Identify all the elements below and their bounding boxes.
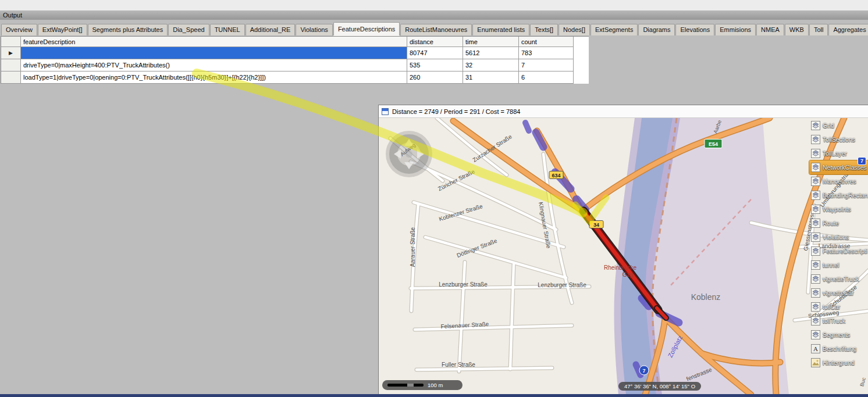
column-header-count[interactable]: count xyxy=(519,37,574,47)
cell-distance-row2[interactable]: 535 xyxy=(407,59,463,71)
pan-compass[interactable] xyxy=(386,131,432,177)
layers-icon xyxy=(811,246,820,256)
map-window: Distance = 2749 / Period = 291 / Cost = … xyxy=(378,105,868,395)
map-scalebar: 100 m xyxy=(382,380,463,390)
map-label-fuller-stra-e: Fuller Straße xyxy=(442,362,475,368)
map-window-title: Distance = 2749 / Period = 291 / Cost = … xyxy=(392,108,520,115)
scalebar-bar xyxy=(387,384,424,387)
layer-item-vignettetruck[interactable]: vignetteTruck xyxy=(809,272,868,286)
map-label-rheinbr-cke: Rheinbrücke xyxy=(604,264,637,271)
layers-icon xyxy=(811,191,820,200)
row-selector[interactable] xyxy=(1,59,21,71)
tab-toll[interactable]: Toll xyxy=(809,24,828,35)
map-label-aarauer-stra-e: Aarauer Straße xyxy=(410,227,416,267)
layer-item-tollsections[interactable]: TollSections xyxy=(809,133,868,146)
map-canvas[interactable]: E54634347 Zurzacher StraßeZüricher Straß… xyxy=(379,118,868,395)
column-header-featuredescription[interactable]: featureDescription xyxy=(21,37,407,47)
tab-emmisions[interactable]: Emmisions xyxy=(715,24,756,35)
cell-time-row2[interactable]: 32 xyxy=(463,59,519,71)
layer-item-beschriftung[interactable]: ABeschriftung xyxy=(809,342,868,356)
tab-aggregates[interactable]: Aggregates xyxy=(828,24,868,35)
tab-elevations[interactable]: Elevations xyxy=(675,24,714,35)
layer-item-label: Violations xyxy=(823,234,849,241)
window-bottom-edge xyxy=(0,394,868,397)
svg-text:7: 7 xyxy=(642,368,645,374)
tab-extwaypoint[interactable]: ExtWayPoint[] xyxy=(38,24,87,35)
svg-text:634: 634 xyxy=(552,173,560,178)
svg-text:A: A xyxy=(813,345,818,352)
cell-distance-row1[interactable]: 80747 xyxy=(407,47,463,59)
layer-item-manoeuvres[interactable]: Manoeuvres xyxy=(809,174,868,188)
layer-item-label: tunnel xyxy=(823,262,839,269)
cell-count-row3[interactable]: 6 xyxy=(519,71,574,84)
layers-icon xyxy=(811,219,820,228)
map-window-titlebar[interactable]: Distance = 2749 / Period = 291 / Cost = … xyxy=(379,105,868,118)
tab-nodes[interactable]: Nodes[] xyxy=(558,24,590,35)
layers-icon xyxy=(811,233,820,242)
tab-routelistmanoeuvres[interactable]: RouteListManoeuvres xyxy=(400,24,472,35)
grid-row: driveType=0|maxHeight=400:PTV_TruckAttri… xyxy=(1,59,589,71)
layer-item-grid[interactable]: Grid xyxy=(809,119,868,133)
layers-icon xyxy=(811,330,820,339)
cell-time-row3[interactable]: 31 xyxy=(463,71,519,84)
layer-item-violations[interactable]: Violations xyxy=(809,230,868,244)
layer-item-label: Grid xyxy=(823,122,834,129)
layer-item-boundingrectan[interactable]: BoundingRectan xyxy=(809,188,868,202)
layer-item-label: Route xyxy=(823,220,839,227)
tab-nmea[interactable]: NMEA xyxy=(756,24,784,35)
cell-time-row1[interactable]: 5612 xyxy=(463,47,519,59)
tab-overview[interactable]: Overview xyxy=(1,24,37,35)
tab-wkb[interactable]: WKB xyxy=(785,24,809,35)
output-pane-title: Output xyxy=(3,12,22,19)
tab-enumerated-lists[interactable]: Enumerated lists xyxy=(472,24,529,35)
layer-item-tunnel[interactable]: tunnel xyxy=(809,258,868,272)
tab-extsegments[interactable]: ExtSegments xyxy=(590,24,638,35)
layer-item-label: tollTruck xyxy=(823,317,845,324)
grid-row: loadType=1|driveType=0|opening=0:PTV_Tru… xyxy=(1,71,589,84)
layer-item-featuredescripti[interactable]: FeatureDescripti xyxy=(809,244,868,258)
layer-item-route[interactable]: Route xyxy=(809,216,868,230)
layers-icon xyxy=(811,135,820,144)
layer-item-vignettecar[interactable]: vignetteCar xyxy=(809,286,868,300)
layers-icon xyxy=(811,163,820,172)
road-badge-7: 7 xyxy=(639,366,649,375)
layer-item-label: vignetteTruck xyxy=(823,276,859,282)
cell-count-row2[interactable]: 7 xyxy=(519,59,574,71)
tab-additional-re[interactable]: Additional_RE xyxy=(246,24,296,35)
cell-distance-row3[interactable]: 260 xyxy=(407,71,463,84)
road-badge-34: 34 xyxy=(589,221,603,228)
cell-count-row1[interactable]: 783 xyxy=(519,47,574,59)
layer-count-badge: 7 xyxy=(858,157,866,165)
tab-segments-plus-attributes[interactable]: Segments plus Attributes xyxy=(88,24,168,35)
layer-item-networkclasses[interactable]: NetworkClasses7 xyxy=(809,160,868,174)
layer-item-segments[interactable]: Segments xyxy=(809,328,868,342)
column-header-time[interactable]: time xyxy=(463,37,519,47)
layer-item-tollcar[interactable]: tollCar xyxy=(809,300,868,314)
tab-featuredescriptions[interactable]: FeatureDescriptions xyxy=(333,22,400,35)
row-selector[interactable] xyxy=(1,71,21,84)
layers-icon xyxy=(811,149,820,158)
current-row-indicator[interactable]: ▶ xyxy=(1,47,21,59)
tab-violations[interactable]: Violations xyxy=(296,24,333,35)
layer-item-tolltruck[interactable]: tollTruck xyxy=(809,314,868,328)
column-header-distance[interactable]: distance xyxy=(407,37,463,47)
layer-item-label: Waypoints xyxy=(823,206,851,213)
cell-featuredescription-row1[interactable] xyxy=(21,47,407,59)
cell-featuredescription-row3[interactable]: loadType=1|driveType=0|opening=0:PTV_Tru… xyxy=(21,71,407,84)
layers-icon xyxy=(811,288,820,298)
layer-item-label: TollSections xyxy=(823,136,855,143)
cell-featuredescription-row2[interactable]: driveType=0|maxHeight=400:PTV_TruckAttri… xyxy=(21,59,407,71)
road-badge-634: 634 xyxy=(549,171,563,179)
window-top-strip xyxy=(0,0,868,11)
tab-diagrams[interactable]: Diagrams xyxy=(638,24,675,35)
tab-strip: OverviewExtWayPoint[]Segments plus Attri… xyxy=(0,21,868,35)
layer-item-waypoints[interactable]: Waypoints xyxy=(809,202,868,216)
layer-item-hintergrund[interactable]: Hintergrund xyxy=(809,356,868,370)
tab-tunnel[interactable]: TUNNEL xyxy=(210,24,245,35)
map-label-gzg: Gzg xyxy=(622,271,633,278)
image-icon xyxy=(811,358,820,367)
layer-item-label: TollLayer xyxy=(823,150,847,157)
map-label-koblenz: Koblenz xyxy=(691,292,721,302)
tab-texts[interactable]: Texts[] xyxy=(530,24,558,35)
tab-dia-speed[interactable]: Dia_Speed xyxy=(168,24,209,35)
